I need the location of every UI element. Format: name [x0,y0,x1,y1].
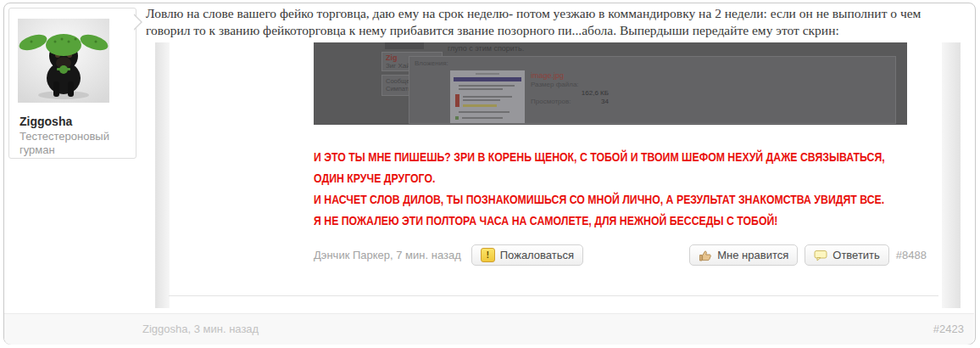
screenshot-footer-left: Дэнчик Паркер, 7 мин. назад ! Пожаловать… [314,244,583,266]
post-message-text: Ловлю на слове вашего фейко торговца, да… [146,5,967,39]
reply-button: Ответить [805,244,889,266]
screenshot-author-date: Дэнчик Паркер, 7 мин. назад [314,249,461,261]
dimmed-attachments-box: Вложения: image.jpg Размер файла [409,56,896,124]
dimmed-message-tail: глупо с этим спорить. [448,44,524,53]
dimmed-avatar [385,42,424,49]
filesize-label: Размер файла: [531,81,609,89]
screenshot-post-number: #8488 [896,249,927,261]
screenshot-footer-right: Мне нравится Ответить #8488 [689,244,927,266]
forum-post-page: Ziggosha Тестестероновый гурман Ловлю на… [0,0,980,348]
report-button: ! Пожаловаться [471,244,583,266]
attachment-filename: image.jpg [531,71,609,81]
username-link[interactable]: Ziggosha [19,115,72,128]
reply-bubble-icon [814,250,827,261]
user-title: Тестестероновый гурман [19,130,121,157]
red-message-line: И НАСЧЕТ СЛОВ ДИЛОВ, ТЫ ПОЗНАКОМИШЬСЯ СО… [314,192,884,206]
screenshot-page-margin-left [155,42,170,308]
reply-button-label: Ответить [832,249,880,261]
views-label: Просмотров: [531,98,571,106]
views-value: 34 [601,98,609,106]
red-message-line: И ЭТО ТЫ МНЕ ПИШЕШЬ? ЗРИ В КОРЕНЬ ЩЕНОК,… [314,149,885,164]
red-message-line: ОДИН КРУЧЕ ДРУГОГО. [314,171,435,185]
post-permalink[interactable]: #2423 [933,323,964,335]
attached-screenshot-image[interactable]: Zig Зиг Хайль! Сообщения: 3 Симпатии: 0 … [155,42,961,308]
report-warning-icon: ! [481,248,495,262]
attachment-file-info: image.jpg Размер файла: 162,6 КБ Просмот… [531,71,609,106]
views-row: Просмотров: 34 [531,98,609,106]
report-button-label: Пожаловаться [500,249,574,261]
like-button: Мне нравится [689,244,798,266]
avatar[interactable] [18,19,109,103]
post-footer: Ziggosha, 3 мин. назад #2423 [4,313,974,345]
filesize-value: 162,6 КБ [531,89,609,98]
screenshot-page-margin-right [942,42,961,308]
footer-author-date-link[interactable]: Ziggosha, 3 мин. назад [142,323,259,335]
user-card: Ziggosha Тестестероновый гурман [8,8,136,159]
thumbs-up-icon [699,250,712,261]
red-message-line: Я НЕ ПОЖАЛЕЮ ЭТИ ПОЛТОРА ЧАСА НА САМОЛЕТ… [314,213,777,227]
attachment-thumbnail [450,70,525,123]
like-button-label: Мне нравится [717,249,788,261]
screenshot-dim-overlay: Zig Зиг Хайль! Сообщения: 3 Симпатии: 0 … [314,42,907,125]
attachments-label: Вложения: [415,59,448,67]
screenshot-divider [169,295,938,296]
